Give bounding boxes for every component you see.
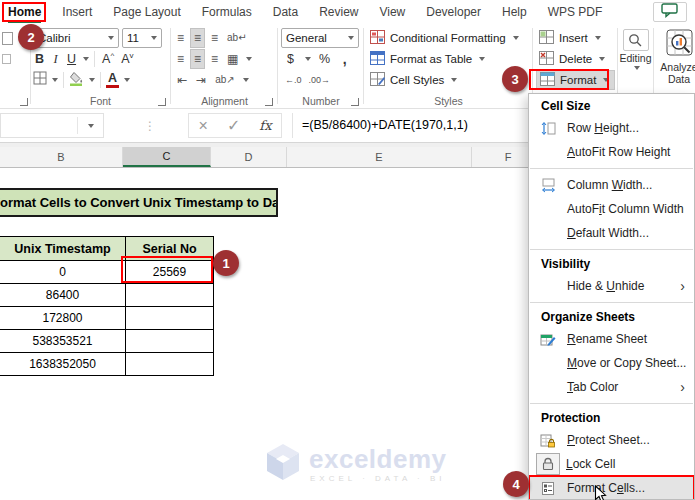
column-header-b[interactable]: B	[0, 147, 123, 167]
format-as-table-button[interactable]: Format as Table	[367, 49, 530, 69]
column-header-d[interactable]: D	[211, 147, 287, 167]
menu-item-format-cells[interactable]: Format Cells...	[529, 476, 694, 500]
menu-item-move-or-copy-sheet[interactable]: Move or Copy Sheet...	[529, 351, 694, 375]
font-size-select[interactable]: 11	[122, 28, 162, 48]
font-dialog-launcher[interactable]	[158, 98, 166, 106]
cancel-formula-icon[interactable]: ×	[199, 117, 208, 135]
paste-icon[interactable]	[2, 32, 13, 45]
table-cell-r4-c2[interactable]	[126, 330, 214, 353]
font-color-icon[interactable]: A	[106, 72, 119, 88]
column-header-e[interactable]: E	[287, 147, 472, 167]
tab-help[interactable]: Help	[502, 0, 527, 24]
search-button[interactable]	[623, 29, 649, 51]
tab-view[interactable]: View	[379, 0, 405, 24]
menu-separator	[530, 403, 693, 404]
menu-item-protect-sheet[interactable]: Protect Sheet...	[529, 428, 694, 452]
decrease-font-button[interactable]: Av	[119, 51, 135, 66]
font-name-select[interactable]: Calibri	[33, 28, 119, 48]
table-header-serial-no[interactable]: Serial No	[126, 237, 214, 261]
menu-item-default-width[interactable]: Default Width...	[529, 221, 694, 245]
clipboard-dialog-launcher[interactable]	[20, 98, 28, 106]
table-cell-r4-c1[interactable]: 538353521	[0, 330, 126, 353]
table-header-unix-timestamp[interactable]: Unix Timestamp	[0, 237, 126, 261]
align-right-icon[interactable]: ≡	[208, 50, 221, 68]
table-cell-r3-c1[interactable]: 172800	[0, 307, 126, 330]
excel-window: HomeInsertPage LayoutFormulasDataReviewV…	[0, 0, 695, 500]
tab-insert[interactable]: Insert	[62, 0, 92, 24]
formula-bar-handle[interactable]: ⋮	[144, 119, 156, 133]
fill-color-icon[interactable]	[69, 71, 84, 90]
menu-item-autofit-row-height[interactable]: AutoFit Row Height	[529, 140, 694, 164]
table-cell-r1-c2[interactable]: 25569	[126, 261, 214, 284]
name-box[interactable]	[0, 113, 104, 138]
menu-separator	[530, 249, 693, 250]
align-bottom-icon[interactable]: ≡	[208, 29, 221, 47]
tab-developer[interactable]: Developer	[426, 0, 481, 24]
table-cell-r2-c2[interactable]	[126, 284, 214, 307]
insert-function-icon[interactable]: fx	[259, 118, 271, 133]
menu-item-lock-cell[interactable]: Lock Cell	[529, 452, 694, 476]
comments-button[interactable]	[653, 2, 687, 22]
menu-item-autofit-column-width[interactable]: AutoFit Column Width	[529, 197, 694, 221]
table-cell-r1-c1[interactable]: 0	[0, 261, 126, 284]
align-center-icon[interactable]: ≡	[190, 49, 205, 69]
step-badge-4: 4	[503, 471, 529, 497]
currency-icon[interactable]: $	[284, 52, 297, 66]
merge-center-icon[interactable]: ▦	[224, 50, 241, 68]
wrap-text-icon[interactable]: ab↵	[224, 29, 250, 47]
italic-button[interactable]: I	[49, 52, 62, 67]
table-cell-r2-c1[interactable]: 86400	[0, 284, 126, 307]
decrease-indent-icon[interactable]: ⇤	[174, 71, 190, 89]
menu-item-hide-unhide[interactable]: Hide & Unhide›	[529, 274, 694, 298]
align-top-icon[interactable]: ≡	[174, 29, 187, 47]
menu-separator	[530, 302, 693, 303]
bold-button[interactable]: B	[33, 52, 46, 66]
menu-item-row-height[interactable]: Row Height...	[529, 116, 694, 140]
tab-page-layout[interactable]: Page Layout	[113, 0, 180, 24]
table-cell-r5-c1[interactable]: 1638352050	[0, 353, 126, 376]
menu-item-rename-sheet[interactable]: Rename Sheet	[529, 327, 694, 351]
delete-button[interactable]: Delete	[536, 49, 615, 69]
align-left-icon[interactable]: ≡	[174, 50, 187, 68]
format-painter-icon[interactable]	[2, 54, 11, 64]
conditional-formatting-button[interactable]: Conditional Formatting	[367, 28, 530, 48]
analyze-data-icon[interactable]	[666, 29, 693, 60]
increase-font-button[interactable]: A^	[100, 51, 116, 66]
tab-formulas[interactable]: Formulas	[202, 0, 252, 24]
editing-label[interactable]: Editing	[619, 52, 651, 64]
percent-icon[interactable]: %	[317, 52, 332, 66]
menu-separator	[530, 168, 693, 169]
step-badge-2: 2	[18, 24, 44, 50]
insert-button[interactable]: Insert	[536, 28, 615, 48]
analyze-data-label[interactable]: Analyze Data	[656, 61, 695, 85]
number-dialog-launcher[interactable]	[351, 98, 359, 106]
tab-data[interactable]: Data	[273, 0, 298, 24]
alignment-dialog-launcher[interactable]	[265, 98, 273, 106]
menu-section-organize-sheets: Organize Sheets	[529, 307, 694, 327]
orientation-icon[interactable]: ab↗	[212, 71, 238, 89]
borders-icon[interactable]	[33, 71, 47, 89]
menu-item-tab-color[interactable]: Tab Color›	[529, 375, 694, 399]
number-format-select[interactable]: General	[281, 28, 359, 48]
comma-icon[interactable]: ,	[338, 51, 351, 67]
menu-item-column-width[interactable]: Column Width...	[529, 173, 694, 197]
underline-button[interactable]: U	[65, 52, 78, 66]
increase-decimal-icon[interactable]: ←.0	[285, 75, 302, 85]
format-button[interactable]: Format	[536, 70, 615, 90]
increase-indent-icon[interactable]: ⇥	[193, 71, 209, 89]
submenu-arrow-icon: ›	[680, 379, 685, 395]
menu-section-protection: Protection	[529, 408, 694, 428]
tab-review[interactable]: Review	[319, 0, 358, 24]
table-cell-r3-c2[interactable]	[126, 307, 214, 330]
tab-wps-pdf[interactable]: WPS PDF	[548, 0, 603, 24]
align-middle-icon[interactable]: ≡	[190, 28, 205, 48]
tab-home[interactable]: Home	[8, 0, 41, 24]
decrease-decimal-icon[interactable]: .00→	[309, 75, 331, 85]
column-header-c[interactable]: C	[123, 147, 211, 167]
enter-formula-icon[interactable]: ✓	[227, 116, 240, 135]
table-cell-r5-c2[interactable]	[126, 353, 214, 376]
title-banner-cell[interactable]: Format Cells to Convert Unix Timestamp t…	[0, 188, 278, 217]
format-cells-btn-icon	[540, 72, 555, 88]
alignment-group-label: Alignment	[201, 95, 248, 107]
step-badge-1: 1	[213, 250, 239, 276]
